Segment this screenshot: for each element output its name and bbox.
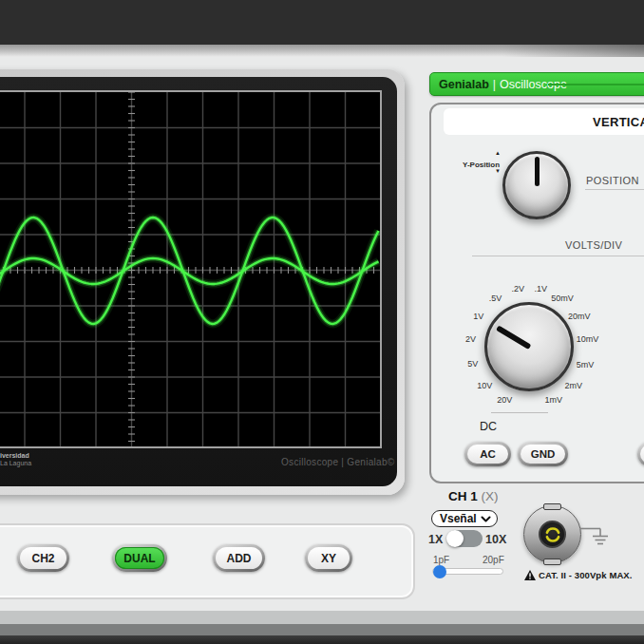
screen-watermark: Oscilloscope | Genialab© (281, 457, 394, 467)
attenuation-10x-label: 10X (485, 533, 506, 546)
mode-button-ch2[interactable]: CH2 (17, 544, 69, 572)
ch1-label: CH 1 (448, 489, 478, 503)
signal-source-value: Vseñal (440, 512, 481, 525)
app-header: Genialab | Oscilloscope (429, 72, 644, 96)
vertical-panel-titlebar: VERTICAL (444, 108, 644, 135)
y-position-knob[interactable] (502, 151, 571, 219)
header-rule (548, 84, 644, 85)
ch1-title: CH 1 (X) (448, 489, 499, 503)
chassis-bottom-edge-mid (0, 624, 644, 635)
toggle-knob (446, 530, 464, 547)
chassis-bottom-edge-dark (0, 635, 644, 644)
y-position-step-down-icon[interactable]: ▼ (495, 168, 501, 174)
gnd-coupling-button[interactable]: GND (518, 442, 568, 466)
capacitance-max-label: 20pF (483, 555, 504, 565)
volts-div-section-label: VOLTS/DIV (565, 239, 622, 251)
warning-text: CAT. II - 300Vpk MAX. (539, 570, 633, 580)
warning-icon (524, 570, 536, 580)
volts-div-knob[interactable] (484, 302, 574, 391)
ch1-axis-label: (X) (482, 489, 499, 503)
screen-grid (0, 92, 380, 446)
vertical-panel-title: VERTICAL (593, 115, 644, 129)
knob-pointer (496, 326, 531, 350)
mode-button-add[interactable]: ADD (213, 544, 265, 572)
bnc-bayonet-tab-bottom (543, 559, 561, 565)
bnc-center-icon (543, 525, 562, 544)
position-section-label: POSITION (586, 175, 639, 186)
coupling-separator (491, 412, 548, 413)
university-logo: iversidad La Laguna (0, 452, 31, 467)
volts-div-rule (472, 256, 644, 256)
chassis-bottom-edge-light (0, 611, 644, 624)
bnc-connector[interactable] (523, 505, 581, 563)
y-position-step-up-icon[interactable]: ▲ (495, 150, 501, 156)
bnc-bayonet-tab-top (543, 503, 561, 510)
oscilloscope-screen (0, 90, 382, 448)
chassis-top-edge (0, 45, 644, 57)
oscilloscope-app: iversidad La Laguna Oscilloscope | Genia… (0, 0, 644, 644)
signal-source-select[interactable]: Vseñal (431, 510, 498, 527)
logo-line2: La Laguna (0, 460, 31, 467)
chevron-down-icon (481, 516, 491, 522)
logo-line1: iversidad (0, 452, 31, 460)
brand-text: Genialab (439, 78, 489, 91)
mode-button-dual[interactable]: DUAL (112, 544, 167, 572)
attenuation-toggle[interactable] (447, 530, 483, 547)
capacitance-min-label: 1pF (433, 555, 449, 565)
capacitance-slider-thumb[interactable] (433, 565, 446, 578)
voltage-warning: CAT. II - 300Vpk MAX. (524, 570, 633, 580)
position-rule (585, 189, 644, 190)
mode-button-xy[interactable]: XY (305, 544, 352, 572)
attenuation-1x-label: 1X (428, 533, 443, 546)
coupling-readout: DC (480, 420, 497, 433)
header-divider: | (493, 78, 496, 91)
chassis-top-bar (0, 0, 644, 45)
ac-coupling-button[interactable]: AC (464, 442, 511, 466)
knob-pointer (535, 157, 540, 186)
ground-symbol-icon (580, 523, 616, 548)
